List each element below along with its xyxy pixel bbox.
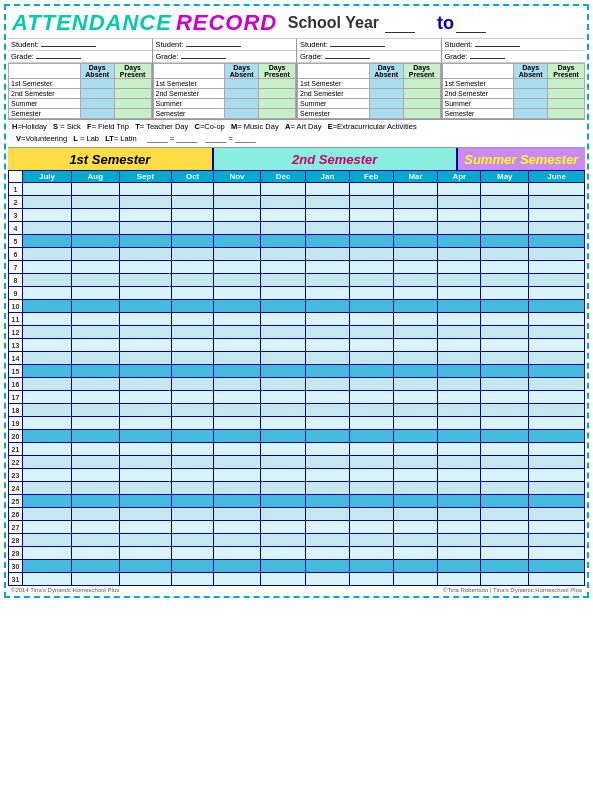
cell-day6-month0[interactable] <box>23 248 72 261</box>
cell-day8-month8[interactable] <box>393 274 437 287</box>
cell-day22-month8[interactable] <box>393 456 437 469</box>
cell-day23-month3[interactable] <box>172 469 214 482</box>
cell-day19-month7[interactable] <box>349 417 393 430</box>
cell-day27-month2[interactable] <box>119 521 171 534</box>
cell-day5-month4[interactable] <box>214 235 261 248</box>
cell-day16-month7[interactable] <box>349 378 393 391</box>
cell-day25-month9[interactable] <box>438 495 481 508</box>
cell-day2-month8[interactable] <box>393 196 437 209</box>
cell-day27-month9[interactable] <box>438 521 481 534</box>
cell-day6-month5[interactable] <box>260 248 306 261</box>
cell-day20-month9[interactable] <box>438 430 481 443</box>
cell-day16-month6[interactable] <box>306 378 349 391</box>
cell-day4-month2[interactable] <box>119 222 171 235</box>
cell-day23-month11[interactable] <box>529 469 585 482</box>
cell-day10-month10[interactable] <box>481 300 529 313</box>
cell-day17-month5[interactable] <box>260 391 306 404</box>
cell-day30-month7[interactable] <box>349 560 393 573</box>
cell-day3-month7[interactable] <box>349 209 393 222</box>
cell-day14-month5[interactable] <box>260 352 306 365</box>
cell-day20-month6[interactable] <box>306 430 349 443</box>
cell-day24-month10[interactable] <box>481 482 529 495</box>
cell-day2-month3[interactable] <box>172 196 214 209</box>
cell-day9-month0[interactable] <box>23 287 72 300</box>
cell-day21-month5[interactable] <box>260 443 306 456</box>
cell-day18-month8[interactable] <box>393 404 437 417</box>
cell-day11-month9[interactable] <box>438 313 481 326</box>
cell-day11-month0[interactable] <box>23 313 72 326</box>
cell-day4-month10[interactable] <box>481 222 529 235</box>
cell-day15-month10[interactable] <box>481 365 529 378</box>
cell-day12-month5[interactable] <box>260 326 306 339</box>
cell-day4-month5[interactable] <box>260 222 306 235</box>
cell-day30-month3[interactable] <box>172 560 214 573</box>
cell-day19-month3[interactable] <box>172 417 214 430</box>
cell-day22-month4[interactable] <box>214 456 261 469</box>
cell-day8-month7[interactable] <box>349 274 393 287</box>
cell-day19-month2[interactable] <box>119 417 171 430</box>
cell-day8-month6[interactable] <box>306 274 349 287</box>
cell-day10-month2[interactable] <box>119 300 171 313</box>
cell-day5-month2[interactable] <box>119 235 171 248</box>
cell-day10-month7[interactable] <box>349 300 393 313</box>
cell-day11-month7[interactable] <box>349 313 393 326</box>
cell-day15-month0[interactable] <box>23 365 72 378</box>
cell-day31-month9[interactable] <box>438 573 481 586</box>
cell-day5-month11[interactable] <box>529 235 585 248</box>
cell-day5-month0[interactable] <box>23 235 72 248</box>
cell-day21-month8[interactable] <box>393 443 437 456</box>
cell-day16-month3[interactable] <box>172 378 214 391</box>
cell-day16-month1[interactable] <box>71 378 119 391</box>
cell-day6-month1[interactable] <box>71 248 119 261</box>
student-4-name-line[interactable] <box>475 46 520 47</box>
cell-day15-month2[interactable] <box>119 365 171 378</box>
cell-day25-month6[interactable] <box>306 495 349 508</box>
cell-day28-month0[interactable] <box>23 534 72 547</box>
cell-day5-month10[interactable] <box>481 235 529 248</box>
cell-day1-month6[interactable] <box>306 183 349 196</box>
cell-day25-month0[interactable] <box>23 495 72 508</box>
cell-day17-month4[interactable] <box>214 391 261 404</box>
cell-day26-month5[interactable] <box>260 508 306 521</box>
cell-day30-month6[interactable] <box>306 560 349 573</box>
cell-day16-month2[interactable] <box>119 378 171 391</box>
cell-day15-month6[interactable] <box>306 365 349 378</box>
cell-day6-month8[interactable] <box>393 248 437 261</box>
cell-day5-month7[interactable] <box>349 235 393 248</box>
cell-day28-month6[interactable] <box>306 534 349 547</box>
cell-day21-month10[interactable] <box>481 443 529 456</box>
cell-day6-month6[interactable] <box>306 248 349 261</box>
cell-day7-month10[interactable] <box>481 261 529 274</box>
cell-day18-month4[interactable] <box>214 404 261 417</box>
cell-day29-month9[interactable] <box>438 547 481 560</box>
cell-day14-month6[interactable] <box>306 352 349 365</box>
cell-day28-month2[interactable] <box>119 534 171 547</box>
cell-day14-month4[interactable] <box>214 352 261 365</box>
cell-day19-month0[interactable] <box>23 417 72 430</box>
cell-day26-month3[interactable] <box>172 508 214 521</box>
cell-day23-month0[interactable] <box>23 469 72 482</box>
cell-day8-month9[interactable] <box>438 274 481 287</box>
cell-day3-month2[interactable] <box>119 209 171 222</box>
cell-day4-month1[interactable] <box>71 222 119 235</box>
cell-day20-month5[interactable] <box>260 430 306 443</box>
cell-day30-month2[interactable] <box>119 560 171 573</box>
cell-day17-month11[interactable] <box>529 391 585 404</box>
cell-day15-month4[interactable] <box>214 365 261 378</box>
cell-day22-month0[interactable] <box>23 456 72 469</box>
cell-day17-month7[interactable] <box>349 391 393 404</box>
cell-day3-month1[interactable] <box>71 209 119 222</box>
cell-day29-month11[interactable] <box>529 547 585 560</box>
cell-day1-month2[interactable] <box>119 183 171 196</box>
cell-day20-month0[interactable] <box>23 430 72 443</box>
cell-day31-month3[interactable] <box>172 573 214 586</box>
cell-day13-month9[interactable] <box>438 339 481 352</box>
cell-day10-month4[interactable] <box>214 300 261 313</box>
cell-day27-month5[interactable] <box>260 521 306 534</box>
cell-day12-month0[interactable] <box>23 326 72 339</box>
cell-day28-month3[interactable] <box>172 534 214 547</box>
cell-day25-month3[interactable] <box>172 495 214 508</box>
cell-day18-month10[interactable] <box>481 404 529 417</box>
cell-day18-month7[interactable] <box>349 404 393 417</box>
cell-day14-month7[interactable] <box>349 352 393 365</box>
